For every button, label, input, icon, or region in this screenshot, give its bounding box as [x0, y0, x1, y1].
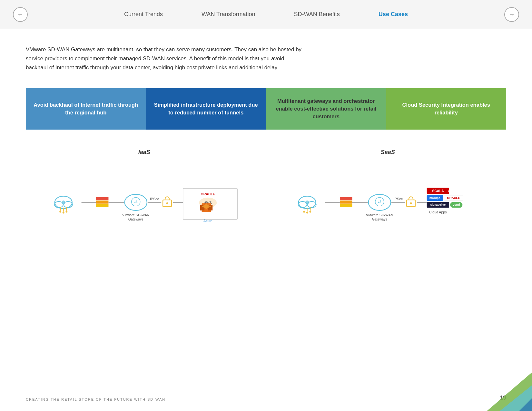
nav-wan-transformation[interactable]: WAN Transformation	[202, 11, 255, 18]
svg-point-7	[63, 212, 64, 214]
svg-text:VMware SD-WAN: VMware SD-WAN	[366, 213, 393, 217]
next-arrow-button[interactable]: →	[504, 7, 519, 22]
svg-text:VMware SD-WAN: VMware SD-WAN	[122, 213, 149, 217]
footer: CREATING THE RETAIL STORE OF THE FUTURE …	[26, 395, 506, 401]
feature-box-1: Avoid backhaul of Internet traffic throu…	[26, 88, 146, 130]
svg-rect-45	[340, 197, 352, 200]
iaas-diagram: IaaS	[26, 142, 263, 244]
right-arrow-icon: →	[508, 11, 515, 18]
navigation-bar: ← Current Trends WAN Transformation SD-W…	[0, 0, 532, 29]
nav-use-cases[interactable]: Use Cases	[379, 11, 408, 18]
svg-point-9	[65, 211, 67, 213]
svg-rect-46	[340, 201, 352, 204]
svg-rect-13	[96, 204, 109, 207]
feature-box-4: Cloud Security Integration enables relia…	[386, 88, 507, 130]
svg-text:✪: ✪	[448, 190, 451, 193]
svg-rect-12	[96, 201, 109, 204]
svg-rect-47	[340, 204, 352, 207]
svg-point-43	[309, 211, 311, 213]
svg-text:SCALA: SCALA	[432, 189, 444, 193]
iaas-svg: ⇄ VMware SD-WAN Gateways IPSec O	[35, 165, 253, 236]
svg-text:Cloud Apps: Cloud Apps	[429, 210, 447, 214]
svg-point-23	[166, 202, 168, 204]
svg-text:IPSec: IPSec	[393, 197, 403, 201]
svg-text:⇄: ⇄	[378, 199, 381, 204]
svg-point-5	[59, 211, 61, 213]
diagram-divider	[266, 142, 266, 244]
svg-point-37	[305, 201, 309, 204]
saas-title: SaaS	[279, 149, 497, 156]
iaas-title: IaaS	[35, 149, 253, 156]
svg-text:bucupa: bucupa	[429, 196, 440, 200]
footer-text: CREATING THE RETAIL STORE OF THE FUTURE …	[26, 397, 165, 401]
left-arrow-icon: ←	[17, 11, 24, 18]
prev-arrow-button[interactable]: ←	[13, 7, 28, 22]
svg-text:Azure: Azure	[203, 219, 212, 222]
svg-text:vend: vend	[453, 203, 460, 206]
svg-point-3	[62, 201, 65, 204]
svg-text:ORACLE: ORACLE	[447, 196, 460, 200]
corner-decoration	[461, 340, 532, 411]
description-text: VMware SD-WAN Gateways are multitenant, …	[26, 45, 303, 72]
svg-point-41	[306, 212, 308, 214]
nav-items: Current Trends WAN Transformation SD-WAN…	[28, 11, 504, 18]
svg-text:ORACLE: ORACLE	[201, 192, 215, 196]
saas-diagram: SaaS	[270, 142, 507, 244]
main-content: VMware SD-WAN Gateways are multitenant, …	[0, 29, 532, 254]
svg-point-39	[303, 211, 305, 213]
svg-point-57	[410, 202, 412, 204]
feature-box-3: Multitenant gateways and orchestrator en…	[266, 88, 386, 130]
nav-sdwan-benefits[interactable]: SD-WAN Benefits	[294, 11, 340, 18]
feature-box-2: Simplified infrastructure deployment due…	[146, 88, 266, 130]
svg-text:IPSec: IPSec	[150, 197, 159, 201]
svg-text:Gateways: Gateways	[372, 217, 387, 221]
svg-text:signagelive: signagelive	[430, 203, 445, 206]
svg-rect-11	[96, 197, 109, 200]
svg-text:Gateways: Gateways	[128, 217, 143, 221]
feature-boxes: Avoid backhaul of Internet traffic throu…	[26, 88, 506, 130]
svg-text:⇄: ⇄	[134, 199, 138, 204]
nav-current-trends[interactable]: Current Trends	[124, 11, 163, 18]
saas-svg: ⇄ VMware SD-WAN Gateways IPSec S	[279, 165, 497, 236]
diagram-section: IaaS	[26, 142, 506, 244]
